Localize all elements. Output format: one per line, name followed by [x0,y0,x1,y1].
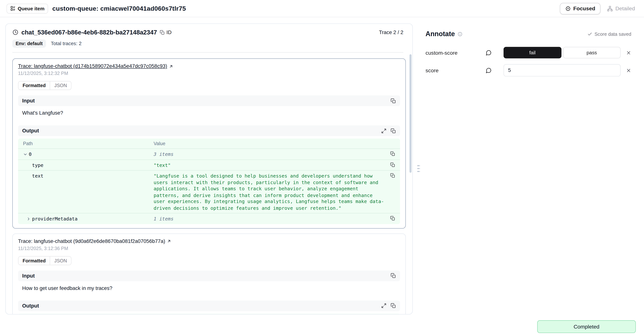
external-link-icon [167,239,172,243]
output-json-table: Path Value 0 3 items [18,313,400,314]
trace-detail-panel: chat_536ed067-b86e-4eb6-882b-ba27148a234… [6,24,413,314]
input-content: How to get user feedback in my traces? [18,281,400,295]
trace-counter: Trace 2 / 2 [379,30,404,35]
score-label: custom-score [426,50,485,56]
expand-output-button[interactable] [381,128,386,134]
scrollbar-thumb[interactable] [410,54,412,173]
score-label: score [426,67,485,73]
trace-link[interactable]: Trace: langfuse-chatbot (9d0a6f2e6de8670… [18,238,172,244]
detailed-view-button[interactable]: Detailed [605,3,638,14]
queue-item-badge: Queue item [6,4,48,14]
focus-target-icon [565,6,571,12]
trace-card-1: Trace: langfuse-chatbot (d174b1589072e43… [12,59,406,228]
input-section-header: Input [18,270,400,281]
input-content: What's Langfuse? [18,106,400,120]
comment-icon[interactable] [486,67,504,73]
input-label: Input [22,98,35,104]
trace-link-label: Trace: langfuse-chatbot (d174b1589072e43… [18,63,167,69]
row-key: text [32,173,44,179]
input-label: Input [22,273,35,279]
output-section-header: Output [18,300,400,311]
copy-input-button[interactable] [391,98,396,104]
row-value: 3 items [154,150,384,158]
output-label: Output [22,303,39,309]
copy-row-button[interactable] [390,161,395,167]
item-header: chat_536ed067-b86e-4eb6-882b-ba27148a234… [6,24,412,53]
focused-label: Focused [573,6,595,12]
output-json-table: Path Value 0 3 items typ [18,139,400,224]
tab-json[interactable]: JSON [50,256,71,265]
check-icon [588,32,592,36]
external-link-icon [169,64,173,68]
remove-score-icon[interactable] [626,50,631,56]
copy-row-button[interactable] [390,150,395,156]
table-row[interactable]: text "Langfuse is a tool designed to hel… [18,170,400,213]
copy-row-button[interactable] [390,215,395,221]
annotation-panel: Annotate Score data saved custom-score f… [420,24,638,314]
view-toggle: Focused Detailed [560,3,638,14]
score-value-input[interactable] [504,64,620,76]
value-column-header: Value [154,141,384,146]
table-header: Path Value [18,313,400,314]
info-icon[interactable] [457,32,462,36]
completed-button[interactable]: Completed [537,320,636,333]
total-traces-label: Total traces: 2 [51,41,82,47]
tab-formatted[interactable]: Formatted [18,256,50,265]
queue-badge-label: Queue item [18,6,44,12]
output-section-header: Output [18,126,400,136]
comment-icon[interactable] [486,50,504,56]
detailed-label: Detailed [615,6,635,12]
expand-output-button[interactable] [381,303,386,308]
trace-card-2: Trace: langfuse-chatbot (9d0a6f2e6de8670… [12,233,406,314]
item-title: chat_536ed067-b86e-4eb6-882b-ba27148a234… [21,29,157,36]
table-row[interactable]: type "text" [18,159,400,170]
format-tabs: Formatted JSON [18,81,72,90]
chevron-down-icon[interactable] [23,152,28,156]
copy-icon [160,30,165,35]
queue-list-icon [10,6,16,11]
score-option-pass[interactable]: pass [563,47,620,58]
top-header: Queue item custom-queue: cmiacwel70041ad… [0,0,644,17]
copy-input-button[interactable] [391,273,396,278]
score-row-custom-score: custom-score fail pass [426,47,631,58]
header-left: Queue item custom-queue: cmiacwel70041ad… [6,4,186,14]
focused-view-button[interactable]: Focused [560,3,600,14]
trace-timestamp: 11/12/2025, 3:12:32 PM [18,71,400,76]
row-key: 0 [29,151,32,157]
table-row[interactable]: 0 3 items [18,148,400,159]
tab-formatted[interactable]: Formatted [18,82,50,90]
clock-icon [12,29,18,35]
tab-json[interactable]: JSON [50,82,71,90]
row-key: type [32,162,44,168]
row-value: "text" [154,161,384,169]
row-value: 1 items [154,215,384,222]
score-option-fail[interactable]: fail [504,47,561,58]
copy-id-button[interactable]: ID [160,30,172,35]
row-key: providerMetadata [32,216,78,222]
output-label: Output [22,128,39,134]
table-header: Path Value [18,139,400,149]
chevron-right-icon[interactable] [26,216,31,221]
trace-link-label: Trace: langfuse-chatbot (9d0a6f2e6de8670… [18,238,165,244]
env-badge: Env: default [12,40,46,48]
input-section-header: Input [18,95,400,106]
annotate-title: Annotate [426,30,455,38]
save-status-label: Score data saved [594,32,632,36]
app-window: Queue item custom-queue: cmiacwel70041ad… [0,0,644,336]
network-icon [607,6,613,12]
score-row-score: score [426,64,631,76]
format-tabs: Formatted JSON [18,256,72,265]
trace-link[interactable]: Trace: langfuse-chatbot (d174b1589072e43… [18,63,174,69]
save-status: Score data saved [588,32,631,36]
path-column-header: Path [23,141,154,146]
copy-output-button[interactable] [391,303,396,308]
row-value: "Langfuse is a tool designed to help bus… [154,172,384,211]
copy-row-button[interactable] [390,172,395,178]
copy-output-button[interactable] [391,128,396,134]
table-row[interactable]: providerMetadata 1 items [18,213,400,224]
remove-score-icon[interactable] [626,68,631,73]
id-label: ID [166,30,172,35]
trace-timestamp: 11/12/2025, 3:12:36 PM [18,246,400,251]
page-title: custom-queue: cmiacwel70041ad060s7tlr75 [52,5,186,12]
trace-scroll-area[interactable]: Trace: langfuse-chatbot (d174b1589072e43… [6,53,412,314]
